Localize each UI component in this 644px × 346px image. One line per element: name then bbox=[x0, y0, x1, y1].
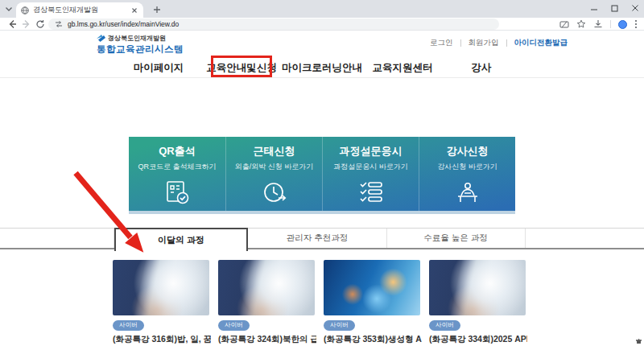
scroll-top-button-partial[interactable] bbox=[636, 339, 642, 344]
survey-checklist-icon bbox=[357, 179, 385, 206]
nav-item-edu-apply[interactable]: 교육안내및신청 bbox=[206, 61, 277, 75]
url-text: gb.lms.go.kr/user/index/mainView.do bbox=[68, 20, 179, 28]
course-type-badge: 사이버 bbox=[429, 320, 460, 331]
tab-monthly-courses[interactable]: 이달의 과정 bbox=[114, 228, 248, 251]
course-title[interactable]: (화공특강 353회)생성형 AI를 활용한 … bbox=[324, 334, 422, 345]
window-minimize-button[interactable] bbox=[590, 4, 598, 12]
bookmark-star-icon[interactable] bbox=[576, 19, 586, 29]
quick-link-title: 근태신청 bbox=[226, 144, 322, 159]
join-link[interactable]: 회원가입 bbox=[469, 38, 499, 48]
window-maximize-button[interactable] bbox=[611, 5, 618, 12]
course-thumbnail bbox=[218, 260, 315, 315]
logo-system-name: 통합교육관리시스템 bbox=[97, 43, 184, 56]
quick-link-subtitle: 과정설문응시 바로가기 bbox=[323, 162, 419, 172]
quick-link-title: 강사신청 bbox=[419, 144, 515, 159]
quick-link-subtitle: QR코드로 출석체크하기 bbox=[129, 162, 225, 172]
share-icon[interactable] bbox=[559, 20, 569, 29]
tab-close-icon[interactable] bbox=[130, 6, 138, 14]
quick-link-lecturer-apply[interactable]: 강사신청 강사신청 바로가기 bbox=[419, 137, 515, 211]
course-thumbnail bbox=[324, 260, 420, 315]
browser-toolbar: gb.lms.go.kr/user/index/mainView.do bbox=[0, 18, 644, 31]
quick-link-title: QR출석 bbox=[129, 144, 225, 159]
nav-item-microlearning[interactable]: 마이크로러닝안내 bbox=[282, 61, 362, 75]
site-header: 경상북도인재개발원 통합교육관리시스템 로그인 회원가입 아이디전환발급 bbox=[0, 31, 644, 55]
qr-check-icon bbox=[163, 179, 191, 206]
nav-item-lecturer[interactable]: 강사 bbox=[472, 61, 492, 75]
course-card[interactable]: 사이버 (화공특강 316회)밥, 일, 꿈 : 4차원 경… 신청기간 : 2… bbox=[113, 260, 209, 346]
course-thumbnail bbox=[429, 260, 526, 315]
tab-admin-recommended[interactable]: 관리자 추천과정 bbox=[248, 228, 386, 249]
nav-item-mypage[interactable]: 마이페이지 bbox=[134, 61, 184, 75]
course-type-badge: 사이버 bbox=[324, 320, 355, 331]
tab-search-chevron-icon[interactable] bbox=[3, 3, 14, 14]
course-thumbnail bbox=[113, 260, 209, 315]
logo-swoosh-icon bbox=[97, 35, 105, 42]
quick-link-title: 과정설문응시 bbox=[323, 144, 419, 159]
course-tab-bar: 이달의 과정 관리자 추천과정 수료율 높은 과정 bbox=[0, 228, 644, 249]
quick-link-subtitle: 외출/외박 신청 바로가기 bbox=[226, 162, 322, 172]
tab-divider bbox=[525, 229, 526, 248]
lecturer-icon bbox=[454, 179, 481, 206]
quick-link-course-survey[interactable]: 과정설문응시 과정설문응시 바로가기 bbox=[322, 137, 419, 211]
quick-link-attendance-request[interactable]: 근태신청 외출/외박 신청 바로가기 bbox=[225, 137, 322, 211]
logo-org-name: 경상북도인재개발원 bbox=[108, 34, 166, 43]
course-card[interactable]: 사이버 (화공특강 353회)생성형 AI를 활용한 … 신청기간 : 2026… bbox=[324, 260, 420, 346]
course-title[interactable]: (화공특강 316회)밥, 일, 꿈 : 4차원 경… bbox=[113, 334, 211, 345]
course-card[interactable]: 사이버 (화공특강 324회)북한의 급변, 우리는 … 신청기간 : 2026… bbox=[218, 260, 315, 346]
clock-arrow-icon bbox=[261, 179, 288, 206]
global-nav: 마이페이지 교육안내및신청 마이크로러닝안내 교육지원센터 강사 bbox=[0, 55, 644, 78]
site-favicon-globe-icon bbox=[21, 6, 29, 14]
quick-link-subtitle: 강사신청 바로가기 bbox=[419, 162, 515, 172]
forward-button[interactable] bbox=[22, 19, 31, 29]
course-card[interactable]: 사이버 (화공특강 334회)2025 APEC 정상회… 신청기간 : 202… bbox=[429, 260, 526, 346]
browser-tabstrip: 경상북도인재개발원 bbox=[0, 0, 644, 18]
course-title[interactable]: (화공특강 324회)북한의 급변, 우리는 … bbox=[218, 334, 316, 345]
profile-avatar[interactable] bbox=[618, 20, 627, 29]
link-divider bbox=[460, 39, 461, 47]
back-button[interactable] bbox=[7, 19, 17, 29]
id-issue-link[interactable]: 아이디전환발급 bbox=[514, 38, 568, 48]
utility-links: 로그인 회원가입 아이디전환발급 bbox=[430, 38, 568, 48]
link-divider bbox=[506, 39, 507, 47]
course-type-badge: 사이버 bbox=[218, 320, 250, 331]
toolbar-divider bbox=[610, 20, 611, 28]
browser-tab-title: 경상북도인재개발원 bbox=[33, 5, 126, 15]
browser-window: 경상북도인재개발원 gb.lms.go.kr/user/index/mainVi… bbox=[0, 0, 644, 346]
tab-high-completion[interactable]: 수료율 높은 과정 bbox=[386, 228, 525, 249]
browser-tab[interactable]: 경상북도인재개발원 bbox=[16, 2, 143, 18]
course-title[interactable]: (화공특강 334회)2025 APEC 정상회… bbox=[429, 334, 527, 345]
site-logo[interactable]: 경상북도인재개발원 통합교육관리시스템 bbox=[97, 34, 184, 56]
nav-item-edu-support[interactable]: 교육지원센터 bbox=[373, 61, 433, 75]
window-close-button[interactable] bbox=[631, 4, 639, 12]
course-type-badge: 사이버 bbox=[113, 320, 144, 331]
tracking-protection-icon[interactable] bbox=[55, 20, 63, 28]
banner-bottom-strip bbox=[129, 211, 515, 214]
login-link[interactable]: 로그인 bbox=[430, 38, 453, 48]
new-tab-button[interactable] bbox=[151, 4, 163, 15]
reload-button[interactable] bbox=[35, 19, 45, 29]
url-bar[interactable]: gb.lms.go.kr/user/index/mainView.do bbox=[48, 19, 499, 30]
quick-link-qr-attendance[interactable]: QR출석 QR코드로 출석체크하기 bbox=[129, 137, 225, 211]
quick-link-banner: QR출석 QR코드로 출석체크하기 근태신청 외출/외박 신청 바로가기 과정설… bbox=[129, 137, 515, 211]
download-icon[interactable] bbox=[593, 19, 603, 29]
menu-kebab-icon[interactable] bbox=[634, 19, 638, 29]
